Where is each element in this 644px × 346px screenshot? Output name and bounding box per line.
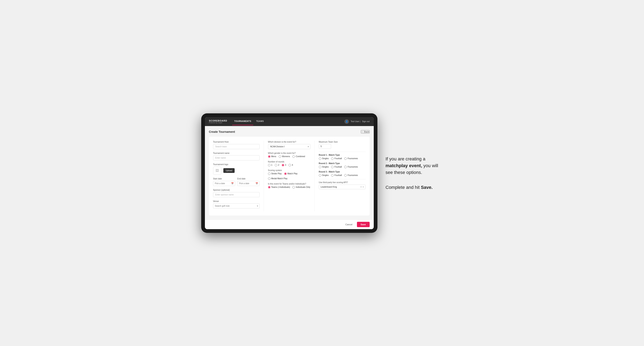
individuals-only[interactable]: Individuals Only (292, 186, 310, 188)
venue-label: Venue (213, 200, 260, 202)
tournament-host-input[interactable] (213, 144, 260, 149)
round-2[interactable]: 2 (275, 164, 279, 166)
save-button[interactable]: Save (357, 222, 370, 227)
api-tag-input[interactable]: Leaderboard King ✕ ▾ (319, 184, 366, 189)
tournament-name-input[interactable] (213, 155, 260, 161)
division-select[interactable]: NCAA Division I (268, 144, 310, 149)
scoring-medal[interactable]: Medal Match Play (268, 177, 288, 180)
gender-womens-label: Womens (282, 155, 290, 158)
round-4-radio[interactable] (288, 164, 291, 166)
end-date-group: End date 📅 (237, 177, 260, 186)
annotations: If you are creating a matchplay event, y… (386, 156, 443, 191)
api-label: Use third-party live scoring API? (319, 181, 366, 183)
division-group: Which division is the event for? NCAA Di… (268, 141, 310, 149)
round1-fourball-label: Fourball (334, 157, 342, 160)
back-button[interactable]: ← Back (361, 130, 370, 133)
round3-fourball-label: Fourball (334, 174, 342, 176)
venue-input[interactable] (213, 203, 260, 208)
end-date-label: End date (237, 177, 260, 180)
divider (319, 152, 366, 152)
rounds-radio-group: 1 2 3 (268, 164, 310, 166)
annotation-1-paragraph: If you are creating a matchplay event, y… (386, 156, 443, 176)
annotation-2-paragraph: Complete and hit Save. (386, 184, 443, 191)
round3-radio-group: Singles Fourball Foursomes (319, 174, 366, 176)
max-team-size-input[interactable] (319, 144, 331, 149)
teams-label: Is this event for Teams and/or Individua… (268, 183, 310, 185)
sign-out-link[interactable]: Sign out (362, 120, 370, 123)
dates-group: Start date 📅 End date (213, 177, 260, 186)
round2-foursomes-radio[interactable] (344, 166, 347, 168)
gender-womens[interactable]: Womens (279, 155, 290, 158)
teams-radio-group: Teams (+Individuals) Individuals Only (268, 186, 310, 188)
logo-placeholder: 🖼 (213, 167, 221, 175)
round-1-label: 1 (271, 164, 272, 166)
round3-foursomes[interactable]: Foursomes (344, 174, 358, 176)
scoring-label: Scoring system (268, 169, 310, 172)
scoring-medal-radio[interactable] (268, 177, 270, 180)
sponsor-input[interactable] (213, 192, 260, 197)
divider2 (319, 179, 366, 179)
round2-radio-group: Singles Fourball Foursomes (319, 166, 366, 168)
max-team-size-label: Maximum Team Size (319, 141, 366, 143)
round-1-radio[interactable] (268, 164, 270, 166)
round1-fourball-radio[interactable] (331, 157, 334, 160)
clear-icon[interactable]: ✕ (360, 186, 362, 188)
round-3-radio[interactable] (282, 164, 284, 166)
tab-teams[interactable]: TEAMS (254, 118, 266, 125)
scoring-stroke-label: Stroke Play (271, 173, 282, 175)
round3-fourball-radio[interactable] (331, 174, 334, 176)
round-1[interactable]: 1 (268, 164, 272, 166)
round2-foursomes[interactable]: Foursomes (344, 166, 358, 168)
start-date-wrapper: 📅 (213, 181, 236, 186)
round2-foursomes-label: Foursomes (348, 166, 358, 168)
tournament-name-label: Tournament name (213, 152, 260, 154)
round3-singles-radio[interactable] (319, 174, 321, 176)
scoring-stroke-radio[interactable] (268, 173, 270, 175)
round2-singles[interactable]: Singles (319, 166, 329, 168)
gender-combined[interactable]: Combined (292, 155, 305, 158)
gender-mens-radio[interactable] (268, 155, 270, 158)
round-4-label: 4 (292, 164, 293, 166)
round2-fourball[interactable]: Fourball (331, 166, 342, 168)
round1-title: Round 1 - Match Type (319, 154, 366, 156)
round2-singles-radio[interactable] (319, 166, 321, 168)
teams-radio[interactable] (268, 186, 270, 188)
gender-combined-radio[interactable] (292, 155, 295, 158)
individuals-radio[interactable] (292, 186, 295, 188)
round1-singles-radio[interactable] (319, 157, 321, 160)
app-brand: SCOREBOARD Powered by clippit (209, 120, 227, 123)
gender-womens-radio[interactable] (279, 155, 281, 158)
gender-mens[interactable]: Mens (268, 155, 276, 158)
round-2-radio[interactable] (275, 164, 277, 166)
scoring-match[interactable]: Match Play (284, 173, 298, 175)
sponsor-group: Sponsor (optional) (213, 189, 260, 197)
round3-foursomes-radio[interactable] (344, 174, 347, 176)
round1-singles-label: Singles (322, 157, 329, 160)
round3-fourball[interactable]: Fourball (331, 174, 342, 176)
round-2-label: 2 (278, 164, 279, 166)
round-4[interactable]: 4 (288, 164, 293, 166)
upload-button[interactable]: Upload (223, 168, 235, 173)
annotation-1-text: If you are creating a matchplay event, y… (386, 156, 443, 176)
division-select-wrapper: NCAA Division I (268, 144, 310, 149)
tournament-host-group: Tournament Host (213, 141, 260, 149)
scoring-match-label: Match Play (288, 173, 298, 175)
round1-fourball[interactable]: Fourball (331, 157, 342, 160)
round-3[interactable]: 3 (282, 164, 286, 166)
round1-foursomes-radio[interactable] (344, 157, 347, 160)
sponsor-label: Sponsor (optional) (213, 189, 260, 191)
round1-singles[interactable]: Singles (319, 157, 329, 160)
round2-fourball-radio[interactable] (331, 166, 334, 168)
annotation-1-row: If you are creating a matchplay event, y… (386, 156, 443, 176)
round1-foursomes[interactable]: Foursomes (344, 157, 358, 160)
tab-tournaments[interactable]: TOURNAMENTS (232, 118, 253, 125)
round3-foursomes-label: Foursomes (348, 174, 358, 176)
round3-singles[interactable]: Singles (319, 174, 329, 176)
chevron-down-icon[interactable]: ▾ (363, 186, 364, 188)
gender-label: Which gender is the event for? (268, 152, 310, 154)
round2-title: Round 2 - Match Type (319, 162, 366, 165)
teams-plus-individuals[interactable]: Teams (+Individuals) (268, 186, 290, 188)
scoring-match-radio[interactable] (284, 173, 287, 175)
cancel-button[interactable]: Cancel (343, 222, 355, 227)
scoring-stroke[interactable]: Stroke Play (268, 173, 282, 175)
